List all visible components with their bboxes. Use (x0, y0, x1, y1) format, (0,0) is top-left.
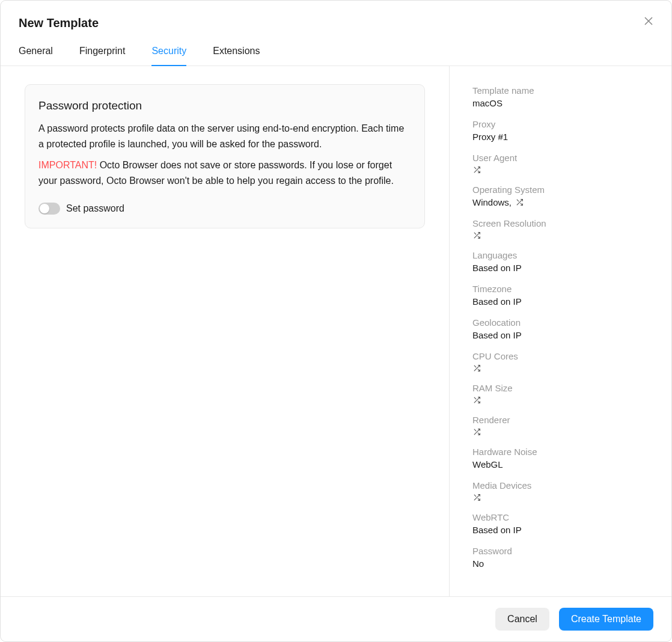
summary-value-text: Proxy #1 (472, 132, 508, 142)
summary-value-text: WebGL (472, 459, 503, 469)
summary-item: ProxyProxy #1 (472, 119, 652, 142)
tab-fingerprint[interactable]: Fingerprint (79, 41, 125, 66)
close-icon (644, 16, 653, 26)
important-label: IMPORTANT! (38, 160, 97, 170)
shuffle-icon (472, 396, 481, 404)
shuffle-icon (472, 427, 481, 436)
summary-label: Operating System (472, 185, 652, 195)
summary-label: Renderer (472, 415, 652, 425)
summary-item: Screen Resolution (472, 218, 652, 239)
summary-value-text: Based on IP (472, 330, 522, 340)
tab-general[interactable]: General (19, 41, 53, 66)
card-description: A password protects profile data on the … (38, 121, 411, 151)
summary-value-text: Windows, (472, 197, 512, 207)
summary-value: Based on IP (472, 296, 652, 307)
summary-item: PasswordNo (472, 546, 652, 569)
summary-label: Hardware Noise (472, 447, 652, 457)
modal-footer: Cancel Create Template (1, 596, 671, 641)
svg-line-13 (474, 365, 476, 367)
tab-extensions[interactable]: Extensions (213, 41, 260, 66)
new-template-modal: New Template General Fingerprint Securit… (0, 0, 672, 642)
svg-line-10 (474, 233, 476, 234)
modal-body: Password protection A password protects … (1, 66, 671, 596)
summary-item: User Agent (472, 153, 652, 174)
summary-value (472, 165, 652, 174)
summary-value (472, 493, 652, 501)
card-title: Password protection (38, 99, 411, 112)
svg-line-7 (517, 200, 519, 201)
summary-value: Based on IP (472, 263, 652, 273)
summary-label: User Agent (472, 153, 652, 163)
summary-item: TimezoneBased on IP (472, 284, 652, 307)
close-button[interactable] (641, 14, 656, 28)
summary-label: RAM Size (472, 383, 652, 393)
summary-panel: Template namemacOSProxyProxy #1User Agen… (449, 66, 671, 596)
set-password-toggle[interactable] (38, 203, 60, 215)
svg-line-22 (474, 495, 476, 497)
summary-label: Template name (472, 85, 652, 96)
summary-value-text: Based on IP (472, 525, 522, 535)
summary-value: No (472, 558, 652, 569)
summary-label: Proxy (472, 119, 652, 129)
summary-item: Hardware NoiseWebGL (472, 447, 652, 469)
summary-value (472, 396, 652, 404)
svg-line-16 (474, 397, 476, 399)
main-content: Password protection A password protects … (1, 66, 449, 596)
summary-item: Template namemacOS (472, 85, 652, 108)
cancel-button[interactable]: Cancel (495, 608, 549, 631)
modal-title: New Template (19, 16, 653, 30)
tabs-bar: General Fingerprint Security Extensions (1, 41, 671, 66)
summary-label: CPU Cores (472, 351, 652, 361)
shuffle-icon (472, 165, 481, 174)
shuffle-icon (472, 493, 481, 501)
tab-security[interactable]: Security (151, 41, 186, 66)
shuffle-icon (472, 364, 481, 372)
summary-value: macOS (472, 98, 652, 108)
summary-item: RAM Size (472, 383, 652, 404)
summary-item: Operating SystemWindows, (472, 185, 652, 207)
password-protection-card: Password protection A password protects … (25, 84, 425, 228)
summary-value (472, 427, 652, 436)
shuffle-icon (472, 231, 481, 239)
summary-value: Based on IP (472, 330, 652, 340)
summary-value: Proxy #1 (472, 132, 652, 142)
svg-line-19 (474, 429, 476, 431)
summary-label: Media Devices (472, 480, 652, 491)
card-important: IMPORTANT! Octo Browser does not save or… (38, 157, 411, 188)
modal-header: New Template (1, 1, 671, 41)
summary-value-text: Based on IP (472, 296, 522, 307)
summary-label: Geolocation (472, 317, 652, 328)
summary-label: Languages (472, 250, 652, 260)
summary-value-text: Based on IP (472, 263, 522, 273)
summary-label: Screen Resolution (472, 218, 652, 228)
summary-value: Windows, (472, 197, 652, 207)
summary-item: Media Devices (472, 480, 652, 501)
summary-value-text: No (472, 558, 484, 569)
summary-label: WebRTC (472, 512, 652, 522)
set-password-label: Set password (66, 203, 124, 214)
summary-value: WebGL (472, 459, 652, 469)
create-template-button[interactable]: Create Template (559, 608, 653, 631)
svg-line-4 (474, 167, 476, 169)
summary-value: Based on IP (472, 525, 652, 535)
summary-item: WebRTCBased on IP (472, 512, 652, 535)
summary-item: LanguagesBased on IP (472, 250, 652, 273)
summary-value (472, 364, 652, 372)
summary-item: GeolocationBased on IP (472, 317, 652, 340)
summary-label: Password (472, 546, 652, 556)
summary-value (472, 231, 652, 239)
set-password-row: Set password (38, 203, 411, 215)
summary-label: Timezone (472, 284, 652, 294)
shuffle-icon (515, 198, 524, 207)
summary-item: Renderer (472, 415, 652, 436)
summary-item: CPU Cores (472, 351, 652, 372)
summary-value-text: macOS (472, 98, 502, 108)
